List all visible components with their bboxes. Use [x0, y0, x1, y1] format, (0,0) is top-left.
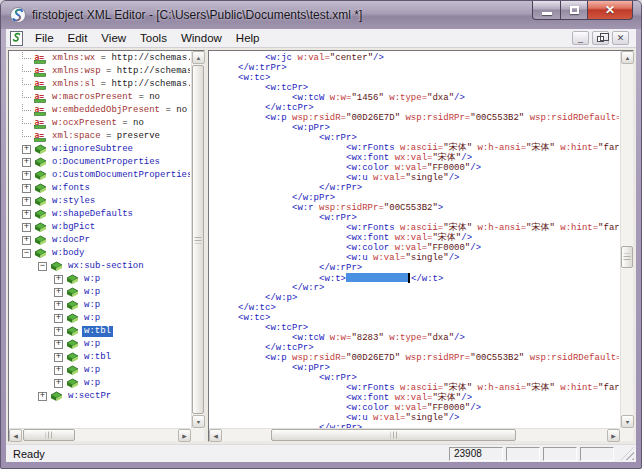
xml-line: </w:tcPr>: [210, 343, 619, 353]
tree-connector: [22, 65, 31, 72]
expand-icon[interactable]: +: [54, 353, 63, 362]
attribute-icon: a=: [34, 118, 47, 129]
scroll-left-button[interactable]: ◀: [209, 429, 222, 442]
xml-line: <w:u w:val="single"/>: [210, 413, 619, 423]
menu-help[interactable]: Help: [229, 30, 267, 46]
tree-item-wx-sub-section[interactable]: −wx:sub-section: [10, 260, 190, 273]
menu-window[interactable]: Window: [174, 30, 229, 46]
tree-item-w-ignoreSubtree[interactable]: +w:ignoreSubtree: [10, 143, 190, 156]
expand-icon[interactable]: +: [22, 145, 31, 154]
expand-icon[interactable]: +: [54, 301, 63, 310]
minimize-button[interactable]: [532, 1, 561, 20]
expand-icon[interactable]: +: [22, 158, 31, 167]
expand-icon[interactable]: +: [38, 392, 47, 401]
menu-tools[interactable]: Tools: [133, 30, 174, 46]
collapse-icon[interactable]: −: [22, 249, 31, 258]
scroll-up-button[interactable]: ▲: [192, 51, 205, 64]
mdi-close-button[interactable]: ✕: [612, 31, 629, 45]
tree-item-o-DocumentProperties[interactable]: +o:DocumentProperties: [10, 156, 190, 169]
expand-icon[interactable]: +: [22, 210, 31, 219]
tree-item-w-fonts[interactable]: +w:fonts: [10, 182, 190, 195]
tree-item-w-docPr[interactable]: +w:docPr: [10, 234, 190, 247]
expand-icon[interactable]: +: [22, 236, 31, 245]
scroll-right-button[interactable]: ▶: [178, 429, 191, 442]
tree-item-w-tbl[interactable]: +w:tbl: [10, 325, 190, 338]
xml-source-text[interactable]: <w:jc w:val="center"/></w:trPr><w:tc><w:…: [210, 53, 619, 440]
editor-horizontal-scrollbar[interactable]: ◀ ▶: [209, 428, 620, 441]
tree-item-o-CustomDocumentProperties[interactable]: +o:CustomDocumentProperties: [10, 169, 190, 182]
expand-icon[interactable]: +: [22, 171, 31, 180]
element-icon: [34, 144, 47, 155]
tree-item-w-tbl[interactable]: +w:tbl: [10, 351, 190, 364]
tree-item-w-styles[interactable]: +w:styles: [10, 195, 190, 208]
mdi-minimize-button[interactable]: _: [572, 31, 589, 45]
tree-item-w-p[interactable]: +w:p: [10, 312, 190, 325]
maximize-button[interactable]: [561, 1, 588, 20]
element-icon: [34, 183, 47, 194]
tree-item-w-sectPr[interactable]: +w:sectPr: [10, 390, 190, 403]
xml-line: <wx:font wx:val="宋体"/>: [210, 393, 619, 403]
tree-item-w-shapeDefaults[interactable]: +w:shapeDefaults: [10, 208, 190, 221]
tree-item-xml-space[interactable]: a=xml:space = preserve: [10, 130, 190, 143]
element-icon: [34, 170, 47, 181]
close-button[interactable]: ✕: [588, 1, 633, 20]
xml-source-pane[interactable]: <w:jc w:val="center"/></w:trPr><w:tc><w:…: [208, 50, 634, 442]
menu-file[interactable]: File: [28, 30, 61, 46]
tree-item-w-embeddedObjPresent[interactable]: a=w:embeddedObjPresent = no: [10, 104, 190, 117]
xml-line: <w:color w:val="FF0000"/>: [210, 163, 619, 173]
tree-item-xmlns-wsp[interactable]: a=xmlns:wsp = http://schemas: [10, 65, 190, 78]
scrollbar-corner: [620, 428, 633, 441]
expand-icon[interactable]: +: [54, 366, 63, 375]
menu-view[interactable]: View: [94, 30, 133, 46]
tree-item-xmlns-wx[interactable]: a=xmlns:wx = http://schemas.: [10, 52, 190, 65]
status-field: [506, 447, 540, 461]
tree-item-xmlns-sl[interactable]: a=xmlns:sl = http://schemas.: [10, 78, 190, 91]
tree-item-w-bgPict[interactable]: +w:bgPict: [10, 221, 190, 234]
tree-horizontal-scrollbar[interactable]: ◀ ▶: [9, 428, 191, 441]
collapse-icon[interactable]: −: [38, 262, 47, 271]
expand-icon[interactable]: +: [54, 327, 63, 336]
xml-tree-pane[interactable]: a=xmlns:wx = http://schemas.a=xmlns:wsp …: [8, 50, 205, 442]
scrollbar-thumb[interactable]: [271, 429, 516, 441]
scroll-right-button[interactable]: ▶: [607, 429, 620, 442]
tree-item-w-p[interactable]: +w:p: [10, 377, 190, 390]
tree-label: wx:sub-section: [66, 261, 146, 272]
tree-item-w-p[interactable]: +w:p: [10, 273, 190, 286]
tree-connector: [22, 130, 31, 137]
resize-grip-icon[interactable]: [621, 447, 634, 460]
expand-icon[interactable]: +: [54, 275, 63, 284]
menu-edit[interactable]: Edit: [61, 30, 95, 46]
expand-icon[interactable]: +: [54, 288, 63, 297]
scroll-up-button[interactable]: ▲: [621, 51, 634, 64]
tree-item-w-macrosPresent[interactable]: a=w:macrosPresent = no: [10, 91, 190, 104]
svg-text:a=: a=: [35, 105, 45, 114]
expand-icon[interactable]: +: [22, 197, 31, 206]
element-icon: [66, 378, 79, 389]
tree-item-w-p[interactable]: +w:p: [10, 338, 190, 351]
minimize-icon: [542, 12, 552, 15]
mdi-minimize-icon: _: [578, 33, 583, 43]
editor-vertical-scrollbar[interactable]: ▲ ▼: [620, 51, 633, 428]
scroll-down-button[interactable]: ▼: [192, 415, 205, 428]
expand-icon[interactable]: +: [54, 314, 63, 323]
xml-line: <w:jc w:val="center"/>: [210, 53, 619, 63]
tree-item-w-ocxPresent[interactable]: a=w:ocxPresent = no: [10, 117, 190, 130]
scrollbar-thumb[interactable]: [23, 429, 75, 441]
tree-vertical-scrollbar[interactable]: ▲ ▼: [191, 51, 204, 428]
scroll-down-button[interactable]: ▼: [621, 415, 634, 428]
mdi-restore-button[interactable]: [592, 31, 609, 45]
expand-icon[interactable]: +: [22, 223, 31, 232]
scroll-left-button[interactable]: ◀: [9, 429, 22, 442]
scrollbar-thumb[interactable]: [192, 65, 204, 414]
xml-line: </w:rPr>: [210, 263, 619, 273]
tree-item-w-body[interactable]: −w:body: [10, 247, 190, 260]
expand-icon[interactable]: +: [54, 379, 63, 388]
expand-icon[interactable]: +: [22, 184, 31, 193]
title-bar[interactable]: firstobject XML Editor - [C:\Users\Publi…: [1, 1, 641, 29]
tree-item-w-p[interactable]: +w:p: [10, 364, 190, 377]
scrollbar-thumb[interactable]: [621, 246, 633, 268]
element-icon: [66, 352, 79, 363]
expand-icon[interactable]: +: [54, 340, 63, 349]
tree-item-w-p[interactable]: +w:p: [10, 299, 190, 312]
tree-item-w-p[interactable]: +w:p: [10, 286, 190, 299]
